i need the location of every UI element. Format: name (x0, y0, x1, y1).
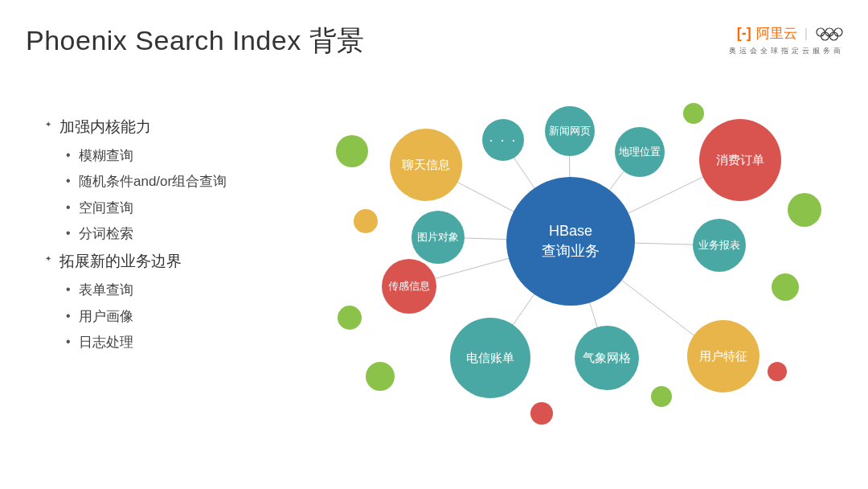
bullet-item: 随机条件and/or组合查询 (45, 169, 227, 195)
node-label: 用户特征 (699, 349, 747, 364)
deco-dot (366, 362, 395, 391)
brand-logo: [-] 阿里云 | 奥运会全球指定云服务商 (729, 24, 844, 56)
deco-dot (530, 402, 553, 425)
node-chat: 聊天信息 (390, 129, 462, 201)
page-title: Phoenix Search Index 背景 (26, 23, 365, 60)
deco-dot (772, 273, 799, 301)
node-sensor: 传感信息 (382, 259, 436, 314)
node-label: · · · (489, 132, 517, 149)
deco-dot (788, 193, 821, 227)
bullet-item: 分词检索 (45, 221, 227, 247)
node-center-label: HBase 查询业务 (542, 221, 600, 261)
bullet-item: 用户画像 (45, 304, 227, 330)
deco-dot (338, 306, 362, 330)
bullet-item: 模糊查询 (45, 143, 227, 169)
node-label: 传感信息 (388, 279, 430, 294)
bullet-group-1: 加强内核能力 (45, 113, 227, 142)
logo-divider: | (805, 27, 808, 41)
node-user: 用户特征 (687, 320, 760, 392)
logo-bracket-icon: [-] (737, 25, 751, 42)
node-label: 图片对象 (417, 230, 459, 244)
node-dots: · · · (482, 119, 524, 161)
logo-brand-text: 阿里云 (756, 24, 797, 43)
deco-dot (683, 103, 704, 124)
olympic-rings-icon (815, 27, 844, 41)
node-center: HBase 查询业务 (506, 177, 635, 306)
node-label: 消费订单 (716, 153, 764, 168)
node-order: 消费订单 (699, 119, 781, 201)
node-news: 新闻网页 (545, 106, 595, 156)
bullet-outline: 加强内核能力 模糊查询 随机条件and/or组合查询 空间查询 分词检索 拓展新… (45, 113, 227, 355)
node-label: 地理位置 (619, 145, 661, 159)
deco-dot (354, 209, 378, 233)
node-label: 新闻网页 (549, 124, 591, 138)
node-label: 聊天信息 (402, 158, 450, 173)
deco-dot (336, 135, 368, 167)
bullet-group-2: 拓展新的业务边界 (45, 247, 227, 276)
node-label: 气象网格 (583, 351, 631, 366)
node-label: 业务报表 (698, 238, 740, 253)
node-label: 电信账单 (466, 351, 514, 366)
deco-dot (651, 386, 672, 407)
logo-tagline: 奥运会全球指定云服务商 (729, 46, 844, 56)
bubble-diagram: HBase 查询业务 聊天信息 · · · 新闻网页 地理位置 消费订单 图片对… (321, 80, 852, 483)
bullet-item: 空间查询 (45, 195, 227, 221)
node-image: 图片对象 (411, 211, 465, 264)
node-weather: 气象网格 (575, 326, 639, 390)
bullet-item: 表单查询 (45, 277, 227, 303)
bullet-item: 日志处理 (45, 330, 227, 355)
node-telecom: 电信账单 (450, 318, 530, 398)
deco-dot (768, 362, 787, 381)
node-report: 业务报表 (693, 219, 746, 272)
node-geo: 地理位置 (615, 127, 665, 177)
